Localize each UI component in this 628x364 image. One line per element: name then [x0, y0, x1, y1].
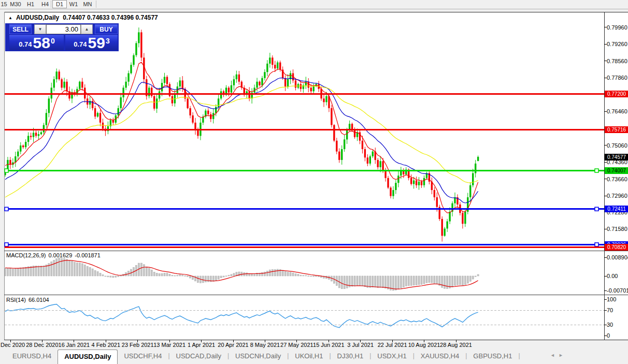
price-axis-tick: 0.78560 — [607, 58, 628, 64]
chart-tab-usdx-h1[interactable]: USDX,H1 — [371, 349, 412, 364]
timeframe-button-h4[interactable]: H4 — [38, 0, 52, 8]
price-badge-0.77200: 0.77200 — [605, 91, 628, 97]
chart-bottom-border — [4, 340, 628, 340]
chart-left-border — [4, 12, 5, 340]
macd-signal-value: -0.001871 — [75, 252, 101, 258]
sell-price-prefix: 0.74 — [19, 40, 32, 48]
collapse-panel-icon[interactable]: ▲ — [8, 16, 12, 20]
chart-tab-eurusd-h4[interactable]: EURUSD,H4 — [6, 349, 58, 364]
date-axis-label: 28 Aug 2021 — [434, 342, 478, 348]
rsi-name: RSI(14) — [6, 297, 26, 303]
rsi-axis-tick: 70 — [607, 307, 628, 313]
macd-label: MACD(12,26,9) 0.001629 -0.001871 — [6, 252, 101, 258]
macd-pane-separator — [4, 251, 628, 251]
chart-tab-usdcnh-daily[interactable]: USDCNH,Daily — [229, 349, 287, 364]
rsi-axis-tick: 30 — [607, 322, 628, 328]
timeframe-button-w1[interactable]: W1 — [67, 0, 80, 8]
buy-price-prefix: 0.74 — [74, 40, 87, 48]
sell-price-main: 58 — [33, 36, 50, 50]
timeframe-button-m30[interactable]: M30 — [8, 0, 23, 8]
chevron-up-icon: ▲ — [85, 27, 89, 32]
chart-top-border — [4, 12, 628, 12]
timeframe-button-15[interactable]: 15 — [0, 0, 8, 8]
macd-main-value: 0.001629 — [48, 252, 72, 258]
buy-price-pip: 3 — [106, 37, 110, 45]
tab-separator: | — [518, 349, 520, 364]
price-axis-tick: 0.72960 — [607, 193, 628, 199]
price-axis-tick: 0.79960 — [607, 24, 628, 31]
price-axis-tick: 0.76460 — [607, 108, 628, 114]
chart-tab-usdcad-daily[interactable]: USDCAD,Daily — [170, 349, 227, 364]
chart-tab-dj30-h1[interactable]: DJ30,H1 — [331, 349, 370, 364]
timeframe-button-h1[interactable]: H1 — [24, 0, 37, 8]
one-click-trade-panel: SELL ▼ ▲ BUY 0.74 58 0 0.74 59 3 — [5, 23, 119, 51]
rsi-axis-tick: 0 — [607, 332, 628, 339]
chart-symbol-label: AUDUSD,Daily — [16, 14, 59, 21]
volume-increase-button[interactable]: ▲ — [81, 24, 93, 34]
tab-scroll-right-icon[interactable]: ► — [559, 353, 563, 358]
sell-button[interactable]: SELL — [9, 24, 32, 34]
axis-separator — [604, 12, 605, 340]
price-badge-0.70820: 0.70820 — [605, 244, 628, 251]
tab-scroll-left-icon[interactable]: ◄ — [550, 353, 555, 358]
mt4-window: 15M30H1H4D1W1MN ▲ AUDUSD,Daily 0.74407 0… — [0, 0, 628, 364]
timeframe-button-mn[interactable]: MN — [80, 0, 95, 8]
chart-tab-gbpusd-h1[interactable]: GBPUSD,H1 — [467, 349, 518, 364]
price-badge-0.75716: 0.75716 — [605, 126, 628, 133]
buy-button[interactable]: BUY — [95, 24, 118, 34]
macd-axis-tick: 0.008904 — [607, 254, 628, 260]
toolbar-separator — [96, 1, 96, 8]
timeframe-button-d1[interactable]: D1 — [52, 0, 67, 8]
timeframe-toolbar: 15M30H1H4D1W1MN — [0, 0, 628, 9]
symbol-tabbar: EURUSD,H4AUDUSD,DailyUSDCHF,H4|USDCAD,Da… — [0, 349, 628, 364]
price-badge-0.72411: 0.72411 — [605, 206, 628, 212]
price-axis-tick: 0.71580 — [607, 226, 628, 232]
chart-tab-xauusd-h4[interactable]: XAUUSD,H4 — [415, 349, 465, 364]
price-badge-0.74007: 0.74007 — [605, 167, 628, 174]
volume-decrease-button[interactable]: ▼ — [34, 24, 46, 34]
sell-price-pip: 0 — [51, 37, 55, 45]
price-axis-tick: 0.75060 — [607, 142, 628, 149]
rsi-label: RSI(14) 66.0104 — [6, 297, 49, 303]
sell-price-display[interactable]: 0.74 58 0 — [9, 35, 64, 50]
chart-tab-audusd-daily[interactable]: AUDUSD,Daily — [58, 350, 118, 364]
macd-name: MACD(12,26,9) — [6, 252, 46, 258]
macd-axis-tick: -0.007013 — [607, 287, 628, 294]
macd-axis-tick: 0.00 — [607, 273, 628, 279]
chevron-down-icon: ▼ — [38, 27, 42, 32]
chart-title: ▲ AUDUSD,Daily 0.74407 0.74633 0.74396 0… — [8, 14, 158, 21]
chart-plot-background — [5, 12, 604, 340]
price-badge-0.74577: 0.74577 — [605, 154, 628, 161]
rsi-axis-tick: 100 — [607, 296, 628, 302]
price-axis-tick: 0.73660 — [607, 176, 628, 182]
chart-ohlc-values: 0.74407 0.74633 0.74396 0.74577 — [63, 14, 158, 21]
toolbar-divider — [0, 9, 628, 9]
price-axis-tick: 0.77860 — [607, 75, 628, 81]
chart-tab-usdchf-h4[interactable]: USDCHF,H4 — [118, 349, 168, 364]
buy-price-display[interactable]: 0.74 59 3 — [65, 35, 118, 50]
volume-input[interactable] — [46, 24, 81, 34]
price-axis-tick: 0.79260 — [607, 41, 628, 47]
rsi-pane-separator — [4, 295, 628, 295]
toolbar-separator — [51, 1, 51, 8]
buy-price-main: 59 — [88, 36, 105, 50]
chart-tab-ukoil-h1[interactable]: UKOil,H1 — [289, 349, 329, 364]
rsi-value: 66.0104 — [28, 297, 49, 303]
